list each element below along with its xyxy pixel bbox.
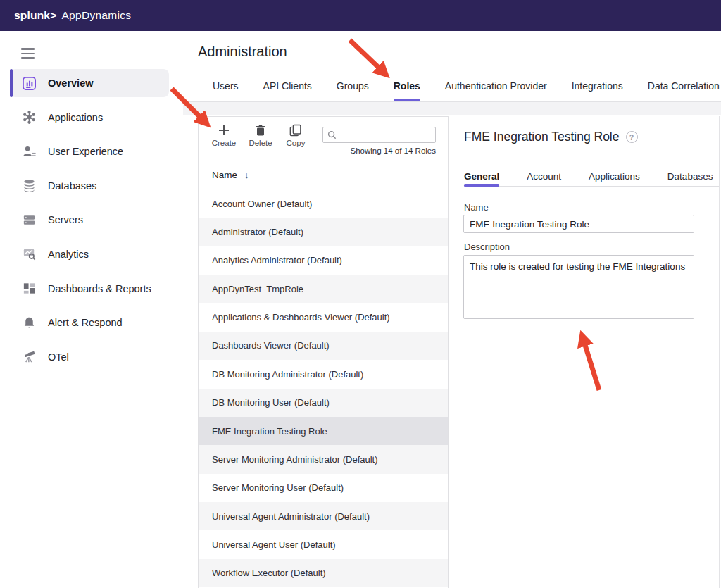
role-row[interactable]: Applications & Dashboards Viewer (Defaul…	[199, 303, 448, 331]
help-icon[interactable]: ?	[626, 131, 638, 143]
sidebar-item-label: Analytics	[48, 249, 89, 260]
create-button-label: Create	[212, 139, 237, 147]
overview-icon	[21, 75, 37, 91]
sidebar-item-label: Alert & Respond	[48, 317, 123, 328]
role-detail-tab[interactable]: Applications	[589, 166, 640, 186]
hamburger-menu-icon[interactable]	[21, 48, 35, 59]
sidebar-item-servers[interactable]: Servers	[0, 206, 183, 234]
role-row[interactable]: Dashboards Viewer (Default)	[199, 332, 448, 360]
bell-icon	[21, 315, 37, 330]
role-detail-tab[interactable]: Account	[527, 166, 561, 186]
dashboards-icon	[21, 281, 37, 296]
sidebar-item-analytics[interactable]: Analytics	[0, 240, 183, 268]
brand-logo: splunk> AppDynamics	[14, 9, 131, 22]
search-area: Showing 14 of 14 Roles	[322, 127, 436, 155]
sort-descending-icon: ↓	[244, 170, 249, 180]
subheader-strip	[183, 101, 721, 115]
showing-count-text: Showing 14 of 14 Roles	[322, 146, 436, 155]
plus-icon	[218, 124, 230, 137]
role-row[interactable]: DB Monitoring User (Default)	[199, 389, 448, 417]
name-column-header[interactable]: Name ↓	[199, 161, 448, 189]
role-name-input[interactable]	[463, 215, 694, 233]
sidebar-item-user-experience[interactable]: User Experience	[0, 137, 183, 165]
page-title: Administration	[198, 44, 287, 60]
splunk-logo: splunk>	[14, 9, 56, 22]
applications-icon	[21, 110, 37, 125]
main-content: Administration Users API Clients Groups …	[183, 31, 721, 588]
role-row[interactable]: Server Monitoring User (Default)	[199, 474, 448, 502]
admin-tab[interactable]: Data Correlation	[648, 70, 720, 101]
sidebar-item-label: User Experience	[48, 146, 123, 157]
user-experience-icon	[21, 144, 37, 159]
sidebar-item-otel[interactable]: OTel	[0, 343, 183, 371]
panel-right-border	[719, 116, 720, 588]
role-row[interactable]: Account Owner (Default)	[199, 189, 448, 218]
trash-icon	[254, 124, 267, 137]
role-row[interactable]: Universal Agent User (Default)	[199, 530, 448, 558]
sidebar-item-applications[interactable]: Applications	[0, 104, 183, 132]
sidebar-item-dashboards-reports[interactable]: Dashboards & Reports	[0, 275, 183, 303]
sidebar-item-overview[interactable]: Overview	[10, 69, 169, 97]
sidebar-item-alert-respond[interactable]: Alert & Respond	[0, 308, 183, 337]
roles-search-box[interactable]	[322, 127, 436, 143]
sidebar-nav: Overview Applications User Experience Da…	[0, 69, 183, 371]
role-detail-tab[interactable]: Databases	[667, 166, 713, 186]
admin-tab[interactable]: Roles	[394, 70, 420, 101]
copy-button-label: Copy	[287, 139, 306, 147]
sidebar-item-label: OTel	[48, 351, 69, 363]
analytics-icon	[21, 246, 37, 262]
role-detail-tab-bar: General Account Applications Databases	[464, 166, 720, 187]
servers-icon	[21, 212, 37, 227]
database-icon	[21, 178, 37, 194]
role-row[interactable]: FME Inegration Testing Role	[199, 417, 448, 445]
copy-icon	[289, 124, 302, 137]
sidebar-item-label: Applications	[48, 112, 103, 123]
roles-list: Account Owner (Default) Administrator (D…	[199, 189, 448, 587]
appdynamics-wordmark: AppDynamics	[61, 9, 131, 22]
role-description-textarea[interactable]: This role is created for testing the FME…	[463, 255, 694, 319]
detail-title-row: FME Inegration Testing Role ?	[464, 130, 638, 144]
sidebar: Overview Applications User Experience Da…	[0, 31, 183, 588]
role-row[interactable]: Workflow Executor (Default)	[199, 559, 448, 587]
delete-button-label: Delete	[249, 139, 272, 147]
role-detail-tab[interactable]: General	[464, 166, 499, 186]
sidebar-item-databases[interactable]: Databases	[0, 172, 183, 200]
roles-list-panel: Create Delete Copy Showing 14 of 14 Role…	[198, 116, 449, 588]
delete-button[interactable]: Delete	[244, 124, 277, 147]
role-row[interactable]: DB Monitoring Administrator (Default)	[199, 360, 448, 388]
telescope-icon	[21, 349, 37, 365]
role-detail-title: FME Inegration Testing Role	[464, 130, 620, 144]
sidebar-item-label: Databases	[48, 180, 96, 192]
roles-search-input[interactable]	[337, 130, 435, 140]
description-field-label: Description	[464, 242, 510, 252]
admin-tab-bar: Users API Clients Groups Roles Authentic…	[183, 70, 721, 101]
create-button[interactable]: Create	[207, 124, 241, 147]
role-row[interactable]: AppDynTest_TmpRole	[199, 275, 448, 303]
role-row[interactable]: Universal Agent Administrator (Default)	[199, 502, 448, 530]
admin-tab[interactable]: Groups	[337, 70, 369, 101]
roles-toolbar: Create Delete Copy Showing 14 of 14 Role…	[199, 117, 448, 161]
name-column-label: Name	[212, 170, 237, 180]
admin-tab[interactable]: Users	[213, 70, 239, 101]
admin-tab[interactable]: Authentication Provider	[445, 70, 547, 101]
admin-tab[interactable]: API Clients	[263, 70, 312, 101]
role-row[interactable]: Analytics Administrator (Default)	[199, 246, 448, 275]
role-row[interactable]: Server Monitoring Administrator (Default…	[199, 445, 448, 473]
sidebar-item-label: Servers	[48, 214, 83, 225]
top-bar: splunk> AppDynamics	[0, 0, 721, 31]
sidebar-item-label: Dashboards & Reports	[48, 283, 151, 294]
sidebar-item-label: Overview	[48, 77, 94, 89]
admin-tab[interactable]: Integrations	[572, 70, 623, 101]
name-field-label: Name	[464, 202, 489, 213]
copy-button[interactable]: Copy	[279, 124, 313, 147]
role-row[interactable]: Administrator (Default)	[199, 218, 448, 246]
role-detail-panel: FME Inegration Testing Role ? General Ac…	[463, 123, 721, 588]
search-icon	[327, 130, 337, 140]
